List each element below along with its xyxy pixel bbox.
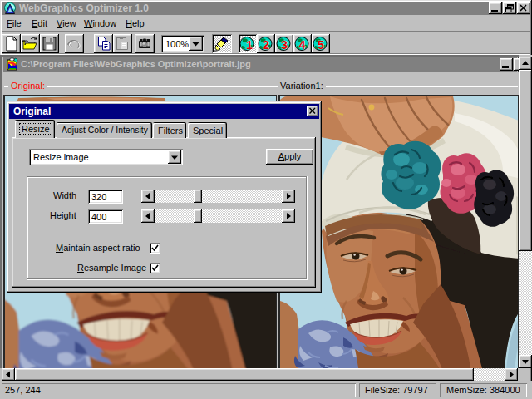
svg-text:3: 3 [281, 38, 288, 52]
svg-text:5: 5 [318, 38, 324, 52]
svg-text:4: 4 [299, 38, 306, 52]
svg-text:2: 2 [263, 38, 269, 52]
svg-text:1: 1 [246, 38, 253, 52]
